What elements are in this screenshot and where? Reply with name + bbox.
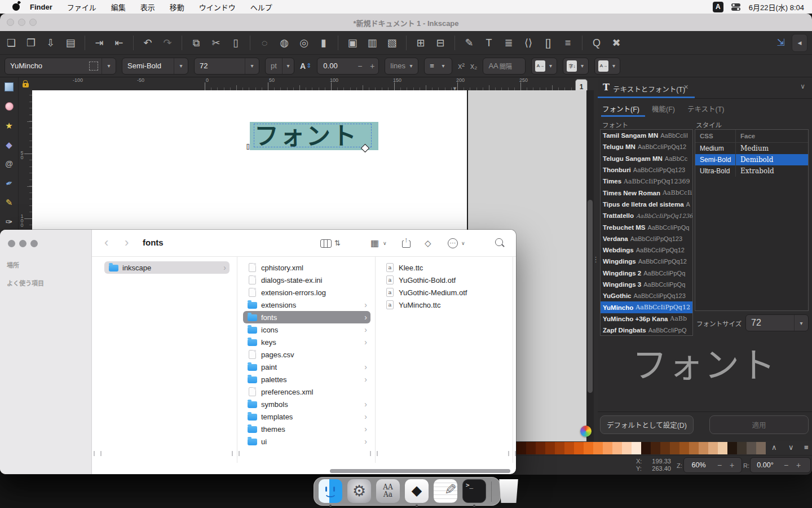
zoom-control[interactable]: 60% − + xyxy=(683,457,742,473)
palette-swatch[interactable] xyxy=(689,442,699,454)
forward-button[interactable]: › xyxy=(125,237,129,249)
minimize-window-button[interactable] xyxy=(19,240,27,247)
finder-item[interactable]: inkscape › xyxy=(104,261,230,274)
palette-swatch[interactable] xyxy=(737,442,747,454)
menu-item[interactable]: ヘルプ xyxy=(250,2,272,12)
chevron-down-icon[interactable]: ▾ xyxy=(578,58,586,74)
more-options-icon[interactable]: ⋯ xyxy=(448,238,458,248)
zoom-width-icon[interactable]: ▮ xyxy=(318,38,329,48)
cut-icon[interactable]: ✂ xyxy=(210,38,222,48)
close-window-button[interactable] xyxy=(8,240,15,247)
find-icon[interactable]: Q xyxy=(591,38,602,48)
menu-item[interactable]: ウインドウ xyxy=(199,2,236,12)
text-orientation-select[interactable]: 字↓ ▾ xyxy=(563,58,589,75)
open-document-icon[interactable]: ❐ xyxy=(25,38,37,48)
finder-item[interactable]: themes › xyxy=(243,423,370,435)
font-list-item[interactable]: Telugu MN AaBbCcIiPpQq12 xyxy=(601,141,692,152)
copy-icon[interactable]: ⧉ xyxy=(191,38,202,48)
new-document-icon[interactable]: ❏ xyxy=(6,38,17,48)
zoom-window-button[interactable] xyxy=(30,240,38,247)
node-tool[interactable]: ✒ xyxy=(2,177,16,189)
zoom-page-icon[interactable]: ◎ xyxy=(298,38,310,48)
font-list-item[interactable]: Trebuchet MS AaBbCcIiPpQq xyxy=(601,221,692,233)
font-list-item[interactable]: Wingdings AaBbCcIiPpQq12 xyxy=(601,256,692,267)
fill-stroke-icon[interactable]: ✎ xyxy=(464,38,475,48)
palette-swatch[interactable] xyxy=(641,442,651,454)
column-view-icon[interactable] xyxy=(320,239,332,248)
finder-item[interactable]: palettes › xyxy=(243,373,370,386)
menu-clock[interactable]: 6月22日(水) 8:04 xyxy=(749,2,804,12)
finder-item[interactable]: YuGothic-Medium.otf › xyxy=(381,286,508,299)
finder-item[interactable]: icons › xyxy=(243,323,370,336)
save-document-icon[interactable]: ⇩ xyxy=(45,38,56,48)
font-collection-icon[interactable] xyxy=(89,62,98,71)
font-list-item[interactable]: YuMincho +36p Kana AaBb xyxy=(601,313,692,325)
close-icon[interactable]: ✕ xyxy=(683,84,689,91)
style-list[interactable]: CSS Face Medium Medium Semi-Bold Demibol… xyxy=(695,129,809,311)
palette-swatch[interactable] xyxy=(564,442,574,454)
menu-app-name[interactable]: Finder xyxy=(30,3,52,11)
テキスト(T)[interactable]: テキスト(T) xyxy=(687,103,725,114)
palette-swatch[interactable] xyxy=(756,442,766,454)
font-size-select[interactable]: 72 ▾ xyxy=(194,58,259,75)
finder-item[interactable]: symbols › xyxy=(243,398,370,410)
finder-item[interactable]: cphistory.xml › xyxy=(243,261,370,274)
clone-icon[interactable]: ▥ xyxy=(367,38,378,48)
inkscape-titlebar[interactable]: *新規ドキュメント 1 - Inkscape xyxy=(0,14,812,32)
zoom-in-button[interactable]: + xyxy=(726,458,738,472)
column-divider[interactable] xyxy=(375,257,376,463)
unlink-clone-icon[interactable]: ▧ xyxy=(386,38,398,48)
text-align-select[interactable]: ≡ ▾ xyxy=(424,58,452,75)
finder-item[interactable]: ui › xyxy=(243,435,370,448)
font-list-item[interactable]: Verdana AaBbCcIiPpQq123 xyxy=(601,233,692,244)
palette-scroll-up-icon[interactable]: ∧ xyxy=(771,443,777,452)
font-list-item[interactable]: Tamil Sangam MN AaBbCcIiI xyxy=(601,130,692,141)
finder-item[interactable]: pages.csv › xyxy=(243,348,370,361)
collapse-panel-button[interactable]: ◀ xyxy=(792,34,807,52)
dock-terminal-icon[interactable] xyxy=(462,479,486,506)
font-list[interactable]: Tamil Sangam MN AaBbCcIiI Telugu MN AaBb… xyxy=(600,129,693,336)
palette-swatch[interactable] xyxy=(632,442,641,454)
star-tool[interactable]: ★ xyxy=(2,119,16,132)
style-list-item[interactable]: Semi-Bold Demibold xyxy=(695,154,808,165)
back-button[interactable]: ‹ xyxy=(104,237,108,249)
input-method-badge[interactable]: A xyxy=(713,2,723,12)
decrement-button[interactable]: − xyxy=(354,58,366,74)
canvas-vertical-scrollbar[interactable] xyxy=(586,90,594,441)
pencil-tool[interactable]: ✎ xyxy=(2,196,16,208)
search-icon[interactable] xyxy=(495,238,503,246)
scrollbar-thumb[interactable] xyxy=(588,200,593,393)
chevron-down-icon[interactable]: ▾ xyxy=(245,58,259,74)
palette-swatch[interactable] xyxy=(574,442,584,454)
undo-icon[interactable]: ↶ xyxy=(142,38,153,48)
style-list-item[interactable]: Ultra-Bold Extrabold xyxy=(695,165,808,177)
palette-scroll-down-icon[interactable]: ∨ xyxy=(788,443,794,452)
font-list-item[interactable]: YuMincho AaBbCcIiPpQq12 xyxy=(601,301,692,313)
chevron-down-icon[interactable]: ∨ xyxy=(383,240,387,246)
kerning-button[interactable]: AA 間隔 xyxy=(483,58,526,75)
palette-swatch[interactable] xyxy=(660,442,670,454)
snap-toggle-icon[interactable]: ⇲ xyxy=(777,37,785,49)
dock-finder-icon[interactable] xyxy=(319,479,342,506)
palette-swatch[interactable] xyxy=(555,442,564,454)
palette-swatch[interactable] xyxy=(718,442,727,454)
font-list-item[interactable]: Wingdings 2 AaBbCcIiPpQq xyxy=(601,268,692,279)
chevron-down-icon[interactable]: ∨ xyxy=(461,240,465,246)
group-icon[interactable]: ⊞ xyxy=(415,38,426,48)
palette-swatch[interactable] xyxy=(612,442,622,454)
paste-icon[interactable]: ▯ xyxy=(230,38,241,48)
palette-menu-icon[interactable]: ≡ xyxy=(804,443,809,452)
font-list-item[interactable]: Trattatello AaBbCcIiPpQq12369$ xyxy=(601,210,692,221)
column-divider[interactable] xyxy=(513,257,513,463)
フォント(F)[interactable]: フォント(F) xyxy=(602,103,639,114)
palette-swatch[interactable] xyxy=(517,442,526,454)
chevron-down-icon[interactable]: ▾ xyxy=(407,58,416,74)
line-height-spinner[interactable]: 0.00 − + xyxy=(317,58,379,75)
palette-swatch[interactable] xyxy=(670,442,679,454)
tag-icon[interactable]: ◇ xyxy=(425,238,431,248)
menu-item[interactable]: 移動 xyxy=(170,2,184,12)
rotation-control[interactable]: 0.00° − + xyxy=(750,457,811,473)
writing-mode-select[interactable]: A→ ▾ xyxy=(531,58,557,75)
finder-item[interactable]: extension-errors.log › xyxy=(243,286,370,299)
font-list-item[interactable]: Zapf Dingbats AaBbCcIiPpQ xyxy=(601,325,692,336)
